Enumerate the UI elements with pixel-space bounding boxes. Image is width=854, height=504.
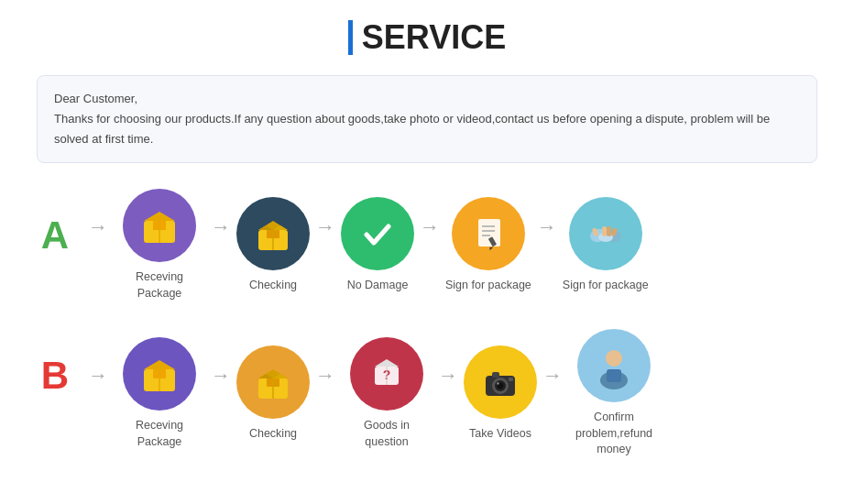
flow-item-camera: Take Videos bbox=[464, 345, 537, 443]
label-confirm: Confirm problem,refund money bbox=[568, 410, 660, 458]
label-nodamage: No Damage bbox=[347, 278, 409, 294]
flow-item-checking-b: Checking bbox=[236, 345, 310, 443]
label-question: Goods in question bbox=[341, 418, 432, 450]
arrow-b-3: → bbox=[438, 364, 458, 388]
arrow-a-4: → bbox=[537, 215, 557, 239]
label-signhandshake: Sign for package bbox=[563, 278, 649, 294]
title-text: SERVICE bbox=[362, 18, 506, 57]
flow-items-a: → Receving Package → bbox=[82, 189, 817, 301]
svg-rect-42 bbox=[492, 372, 499, 378]
page-title: SERVICE bbox=[37, 18, 817, 57]
arrow-b-0: → bbox=[88, 364, 108, 388]
svg-marker-24 bbox=[144, 360, 175, 369]
flow-item-receiving-a: Receving Package bbox=[114, 189, 205, 301]
icon-receiving-b bbox=[123, 337, 196, 411]
icon-checking-b bbox=[236, 345, 310, 419]
flow-item-confirm: Confirm problem,refund money bbox=[568, 329, 660, 458]
label-signpackage: Sign for package bbox=[445, 278, 531, 294]
svg-rect-43 bbox=[509, 378, 513, 381]
icon-signhandshake bbox=[569, 197, 642, 270]
svg-point-44 bbox=[606, 350, 622, 367]
title-accent-bar bbox=[348, 20, 353, 55]
flow-row-b: B → Receving Package → bbox=[37, 329, 817, 458]
arrow-a-0: → bbox=[88, 215, 108, 239]
icon-confirm bbox=[577, 329, 651, 402]
label-checking-b: Checking bbox=[249, 426, 297, 443]
svg-marker-1 bbox=[144, 212, 175, 221]
notice-line1: Dear Customer, bbox=[54, 89, 800, 109]
arrow-b-2: → bbox=[315, 364, 335, 388]
icon-receiving-a bbox=[123, 189, 196, 262]
arrow-a-1: → bbox=[211, 215, 231, 239]
row-b-label: B bbox=[37, 356, 73, 395]
svg-rect-10 bbox=[478, 219, 500, 247]
arrow-b-1: → bbox=[211, 364, 231, 388]
notice-box: Dear Customer, Thanks for choosing our p… bbox=[37, 75, 817, 163]
flow-item-signhandshake: Sign for package bbox=[563, 197, 649, 294]
flow-item-signpackage: Sign for package bbox=[445, 197, 531, 294]
icon-nodamage bbox=[341, 197, 414, 270]
svg-marker-34 bbox=[375, 359, 399, 367]
notice-line2: Thanks for choosing our products.If any … bbox=[54, 109, 800, 149]
svg-rect-21 bbox=[602, 226, 607, 236]
label-receiving-b: Receving Package bbox=[114, 418, 205, 450]
svg-point-41 bbox=[497, 382, 498, 384]
row-a-label: A bbox=[37, 216, 73, 255]
arrow-a-2: → bbox=[315, 215, 335, 239]
arrow-a-3: → bbox=[420, 215, 440, 239]
icon-checking-a bbox=[236, 197, 310, 270]
flow-items-b: → Receving Package → bbox=[82, 329, 817, 458]
flow-row-a: A → Receving Package → bbox=[37, 189, 817, 301]
flow-item-receiving-b: Receving Package bbox=[114, 337, 205, 450]
flow-item-nodamage: No Damage bbox=[341, 197, 414, 294]
icon-camera bbox=[464, 345, 537, 419]
label-checking-a: Checking bbox=[249, 278, 297, 294]
flow-item-question: ? Goods in question bbox=[341, 337, 432, 450]
icon-signpackage bbox=[452, 197, 525, 270]
svg-rect-46 bbox=[607, 369, 621, 382]
flow-item-checking-a: Checking bbox=[236, 197, 310, 294]
icon-question: ? bbox=[350, 337, 423, 411]
label-camera: Take Videos bbox=[469, 426, 531, 443]
label-receiving-a: Receving Package bbox=[114, 269, 205, 301]
svg-rect-22 bbox=[607, 226, 611, 236]
arrow-b-4: → bbox=[542, 364, 563, 388]
